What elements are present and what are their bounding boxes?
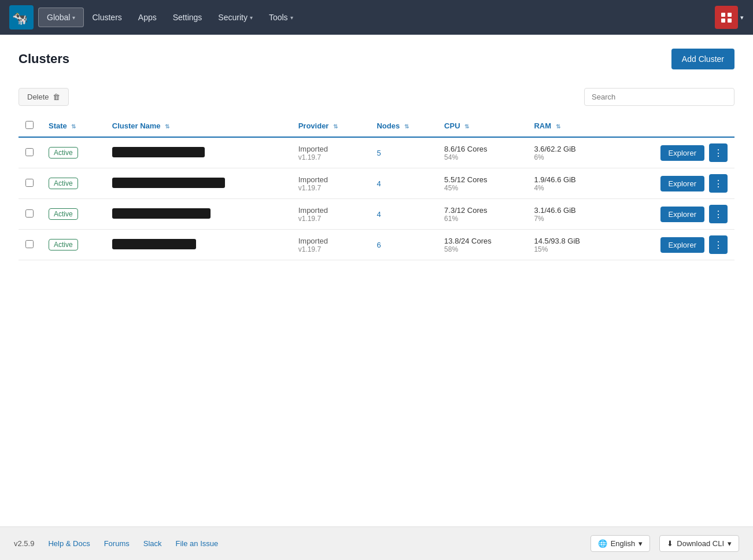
navbar-right: ▾ bbox=[715, 6, 744, 29]
state-badge: Active bbox=[49, 178, 78, 189]
download-icon: ⬇ bbox=[667, 539, 673, 548]
nav-items: Global ▾ Clusters Apps Settings Security… bbox=[38, 8, 715, 27]
explorer-button-3[interactable]: Explorer bbox=[660, 237, 704, 253]
grid-menu-button[interactable] bbox=[715, 6, 738, 29]
col-header-state[interactable]: State ⇅ bbox=[42, 115, 105, 137]
svg-text:🐄: 🐄 bbox=[12, 10, 28, 26]
row-provider-3: Imported v1.19.7 bbox=[291, 230, 370, 260]
more-options-button-3[interactable]: ⋮ bbox=[709, 235, 728, 254]
version-text: v2.5.9 bbox=[14, 539, 34, 548]
footer-right: 🌐 English ▾ ⬇ Download CLI ▾ bbox=[590, 535, 739, 552]
row-checkbox-1[interactable] bbox=[25, 179, 34, 187]
chevron-down-icon: ▾ bbox=[638, 539, 643, 548]
row-checkbox-cell bbox=[19, 137, 42, 168]
trash-icon: 🗑 bbox=[53, 93, 60, 101]
row-cpu-3: 13.8/24 Cores 58% bbox=[437, 230, 527, 260]
col-header-actions bbox=[615, 115, 734, 137]
chevron-down-icon: ▾ bbox=[72, 14, 75, 21]
footer-link-help[interactable]: Help & Docs bbox=[48, 539, 90, 548]
nav-item-clusters[interactable]: Clusters bbox=[84, 8, 130, 27]
row-actions-3: Explorer ⋮ bbox=[615, 230, 734, 260]
row-provider-0: Imported v1.19.7 bbox=[291, 137, 370, 168]
search-input[interactable] bbox=[584, 88, 734, 106]
footer-link-forums[interactable]: Forums bbox=[104, 539, 130, 548]
row-checkbox-cell bbox=[19, 199, 42, 230]
row-checkbox-2[interactable] bbox=[25, 209, 34, 218]
nodes-link[interactable]: 4 bbox=[376, 179, 381, 188]
logo[interactable]: 🐄 bbox=[9, 5, 34, 30]
main-content: Clusters Add Cluster Delete 🗑 State ⇅ Cl… bbox=[0, 35, 753, 526]
row-state-0: Active bbox=[42, 137, 105, 168]
row-checkbox-0[interactable] bbox=[25, 148, 34, 156]
language-button[interactable]: 🌐 English ▾ bbox=[590, 535, 651, 552]
table-row: Active Imported v1.19.7 5 8.6/16 Cores 5… bbox=[19, 137, 734, 168]
download-cli-button[interactable]: ⬇ Download CLI ▾ bbox=[659, 535, 739, 552]
explorer-button-1[interactable]: Explorer bbox=[660, 176, 704, 191]
col-header-cluster-name[interactable]: Cluster Name ⇅ bbox=[105, 115, 291, 137]
state-badge: Active bbox=[49, 147, 78, 159]
select-all-header bbox=[19, 115, 42, 137]
row-nodes-3: 6 bbox=[370, 230, 437, 260]
nav-item-apps[interactable]: Apps bbox=[130, 8, 165, 27]
cluster-name-redacted bbox=[112, 147, 205, 157]
select-all-checkbox[interactable] bbox=[25, 121, 34, 129]
row-nodes-0: 5 bbox=[370, 137, 437, 168]
explorer-button-2[interactable]: Explorer bbox=[660, 207, 704, 222]
row-provider-1: Imported v1.19.7 bbox=[291, 168, 370, 199]
nav-item-security[interactable]: Security ▾ bbox=[210, 8, 261, 27]
row-state-2: Active bbox=[42, 199, 105, 230]
sort-icon: ⇅ bbox=[464, 123, 469, 130]
row-checkbox-3[interactable] bbox=[25, 240, 34, 248]
footer-link-slack[interactable]: Slack bbox=[143, 539, 162, 548]
row-cluster-name-2 bbox=[105, 199, 291, 230]
row-actions-2: Explorer ⋮ bbox=[615, 199, 734, 230]
more-options-button-2[interactable]: ⋮ bbox=[709, 205, 728, 223]
cluster-name-redacted bbox=[112, 239, 196, 249]
row-cpu-2: 7.3/12 Cores 61% bbox=[437, 199, 527, 230]
col-header-cpu[interactable]: CPU ⇅ bbox=[437, 115, 527, 137]
navbar-right-chevron[interactable]: ▾ bbox=[740, 14, 744, 21]
table-toolbar: Delete 🗑 bbox=[19, 83, 734, 110]
col-header-provider[interactable]: Provider ⇅ bbox=[291, 115, 370, 137]
more-options-button-1[interactable]: ⋮ bbox=[709, 174, 728, 193]
col-header-ram[interactable]: RAM ⇅ bbox=[527, 115, 615, 137]
footer-link-issue[interactable]: File an Issue bbox=[176, 539, 219, 548]
sort-icon: ⇅ bbox=[165, 123, 169, 130]
nav-item-tools[interactable]: Tools ▾ bbox=[261, 8, 301, 27]
row-actions-0: Explorer ⋮ bbox=[615, 137, 734, 168]
footer: v2.5.9 Help & Docs Forums Slack File an … bbox=[0, 526, 753, 560]
cluster-name-redacted bbox=[112, 178, 225, 188]
row-cpu-1: 5.5/12 Cores 45% bbox=[437, 168, 527, 199]
table-row: Active Imported v1.19.7 4 7.3/12 Cores 6… bbox=[19, 199, 734, 230]
nav-item-global[interactable]: Global ▾ bbox=[38, 8, 84, 27]
nav-item-settings[interactable]: Settings bbox=[165, 8, 211, 27]
row-cluster-name-1 bbox=[105, 168, 291, 199]
nodes-link[interactable]: 6 bbox=[376, 241, 381, 249]
sort-icon: ⇅ bbox=[333, 123, 338, 130]
col-header-nodes[interactable]: Nodes ⇅ bbox=[370, 115, 437, 137]
row-provider-2: Imported v1.19.7 bbox=[291, 199, 370, 230]
nodes-link[interactable]: 4 bbox=[376, 210, 381, 219]
more-options-button-0[interactable]: ⋮ bbox=[709, 143, 728, 162]
clusters-table: State ⇅ Cluster Name ⇅ Provider ⇅ Nodes … bbox=[19, 115, 734, 260]
state-badge: Active bbox=[49, 239, 78, 250]
row-ram-0: 3.6/62.2 GiB 6% bbox=[527, 137, 615, 168]
page-title: Clusters bbox=[19, 51, 69, 67]
globe-icon: 🌐 bbox=[598, 539, 607, 548]
explorer-button-0[interactable]: Explorer bbox=[660, 145, 704, 161]
row-actions-1: Explorer ⋮ bbox=[615, 168, 734, 199]
row-checkbox-cell bbox=[19, 230, 42, 260]
row-nodes-1: 4 bbox=[370, 168, 437, 199]
cluster-name-redacted bbox=[112, 208, 211, 219]
add-cluster-button[interactable]: Add Cluster bbox=[671, 49, 734, 69]
nodes-link[interactable]: 5 bbox=[376, 149, 381, 157]
sort-icon: ⇅ bbox=[404, 123, 409, 130]
grid-icon bbox=[721, 13, 732, 23]
delete-button[interactable]: Delete 🗑 bbox=[19, 88, 69, 106]
sort-icon: ⇅ bbox=[556, 123, 560, 130]
row-cpu-0: 8.6/16 Cores 54% bbox=[437, 137, 527, 168]
chevron-down-icon: ▾ bbox=[728, 539, 732, 548]
row-state-3: Active bbox=[42, 230, 105, 260]
row-ram-1: 1.9/46.6 GiB 4% bbox=[527, 168, 615, 199]
state-badge: Active bbox=[49, 208, 78, 220]
